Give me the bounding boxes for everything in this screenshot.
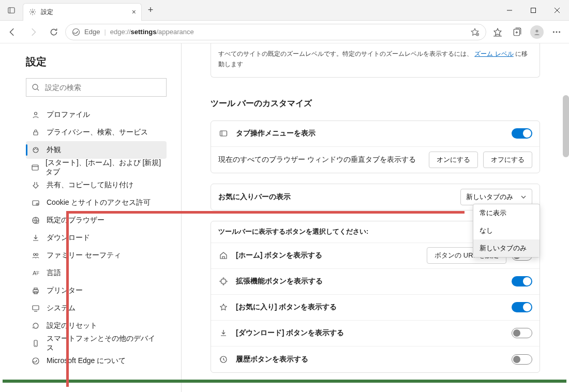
sidebar-item-5[interactable]: Cookie とサイトのアクセス許可 bbox=[26, 194, 167, 212]
sidebar-item-label: 共有、コピーして貼り付け bbox=[47, 180, 133, 190]
settings-search[interactable] bbox=[26, 78, 167, 97]
star-icon bbox=[218, 303, 229, 311]
page-title: 設定 bbox=[26, 55, 167, 69]
sidebar-item-7[interactable]: ダウンロード bbox=[26, 229, 167, 247]
sidebar-item-label: 外観 bbox=[47, 145, 61, 155]
svg-rect-45 bbox=[220, 131, 227, 136]
nav-icon bbox=[31, 111, 40, 119]
sidebar-item-label: プリンター bbox=[47, 286, 83, 295]
back-button[interactable] bbox=[3, 23, 22, 41]
sidebar-item-label: スマートフォンとその他のデバイス bbox=[47, 334, 161, 353]
sidebar-item-label: 設定のリセット bbox=[47, 321, 97, 330]
gear-icon bbox=[28, 8, 37, 16]
svg-point-21 bbox=[35, 112, 37, 115]
favorite-add-icon[interactable] bbox=[470, 27, 480, 37]
maximize-button[interactable] bbox=[521, 0, 545, 21]
url-product: Edge bbox=[84, 28, 100, 36]
sidebar-item-2[interactable]: 外観 bbox=[26, 141, 167, 159]
svg-point-16 bbox=[553, 31, 555, 33]
sidebar-item-3[interactable]: [スタート]、[ホーム]、および [新規] タブ bbox=[26, 159, 167, 176]
dropdown-option-none[interactable]: なし bbox=[473, 222, 540, 239]
toggle-extensions[interactable] bbox=[512, 276, 532, 287]
svg-point-24 bbox=[34, 149, 35, 150]
svg-point-15 bbox=[535, 29, 538, 32]
vertical-tabs-on-button[interactable]: オンにする bbox=[429, 152, 478, 168]
annotation-line-bottom bbox=[3, 380, 566, 383]
sidebar-item-14[interactable]: Microsoft Edge について bbox=[26, 352, 167, 370]
sidebar-item-1[interactable]: プライバシー、検索、サービス bbox=[26, 124, 167, 141]
zoom-note-card: すべてのサイトの既定のズームレベルです。特定のサイトのズームレベルを表示するには… bbox=[211, 43, 540, 78]
section-title: ツール バーのカスタマイズ bbox=[211, 98, 540, 109]
nav-icon bbox=[31, 304, 40, 312]
toggle-favorites[interactable] bbox=[512, 302, 532, 312]
profile-avatar[interactable] bbox=[528, 23, 546, 41]
search-input[interactable] bbox=[45, 83, 161, 92]
svg-point-32 bbox=[37, 221, 39, 223]
toggle-tab-actions[interactable] bbox=[512, 128, 532, 139]
row-extensions-button: 拡張機能ボタンを表示する bbox=[211, 269, 540, 295]
sidebar-item-13[interactable]: スマートフォンとその他のデバイス bbox=[26, 335, 167, 352]
sidebar-item-12[interactable]: 設定のリセット bbox=[26, 317, 167, 335]
dropdown-option-newtab[interactable]: 新しいタブのみ bbox=[473, 239, 540, 257]
sidebar-item-0[interactable]: プロファイル bbox=[26, 106, 167, 124]
nav-icon bbox=[31, 251, 40, 260]
row-downloads-button: [ダウンロード] ボタンを表示する bbox=[211, 321, 540, 346]
collections-icon[interactable] bbox=[508, 23, 527, 41]
scrollbar[interactable] bbox=[563, 43, 569, 230]
nav-icon bbox=[31, 287, 40, 295]
row-favorites-button: [お気に入り] ボタンを表示する bbox=[211, 295, 540, 321]
svg-point-34 bbox=[36, 253, 38, 255]
tab-icon bbox=[218, 129, 229, 138]
browser-tab[interactable]: 設定 × bbox=[23, 3, 142, 21]
favorites-icon[interactable] bbox=[488, 23, 507, 41]
toggle-downloads[interactable] bbox=[512, 328, 532, 338]
svg-rect-40 bbox=[33, 306, 39, 310]
sidebar-item-label: Microsoft Edge について bbox=[47, 356, 126, 366]
sidebar-item-4[interactable]: 共有、コピーして貼り付け bbox=[26, 176, 167, 194]
row-history-button: 履歴ボタンを表示する bbox=[211, 346, 540, 372]
tab-title: 設定 bbox=[41, 8, 53, 17]
sidebar-item-10[interactable]: プリンター bbox=[26, 282, 167, 299]
svg-point-33 bbox=[34, 253, 36, 255]
svg-line-20 bbox=[37, 89, 39, 91]
svg-point-26 bbox=[37, 149, 38, 150]
nav-icon: A字 bbox=[31, 269, 40, 277]
sidebar-item-label: [スタート]、[ホーム]、および [新規] タブ bbox=[46, 158, 161, 177]
refresh-button[interactable] bbox=[44, 23, 63, 41]
row-tab-actions: タブ操作メニューを表示 bbox=[211, 121, 540, 147]
sidebar-item-11[interactable]: システム bbox=[26, 299, 167, 317]
minimize-button[interactable] bbox=[498, 0, 521, 21]
puzzle-icon bbox=[218, 277, 229, 285]
window-titlebar: 設定 × + bbox=[0, 0, 569, 21]
more-menu-icon[interactable] bbox=[547, 23, 566, 41]
new-tab-button[interactable]: + bbox=[142, 5, 159, 16]
tab-actions-button[interactable] bbox=[0, 0, 23, 20]
svg-rect-38 bbox=[34, 288, 37, 290]
svg-rect-0 bbox=[8, 7, 14, 13]
sidebar-item-label: ファミリー セーフティ bbox=[47, 251, 121, 260]
close-icon[interactable]: × bbox=[132, 8, 136, 16]
zoom-level-link[interactable]: ズーム レベル bbox=[474, 50, 513, 57]
favorites-bar-dropdown[interactable]: 新しいタブのみ bbox=[460, 189, 532, 205]
annotation-line-vertical bbox=[66, 211, 69, 387]
sidebar-item-9[interactable]: A字言語 bbox=[26, 264, 167, 282]
nav-icon bbox=[31, 234, 40, 242]
annotation-line-horizontal bbox=[66, 211, 465, 214]
sidebar-item-6[interactable]: 既定のブラウザー bbox=[26, 212, 167, 229]
nav-icon bbox=[31, 199, 40, 207]
svg-rect-4 bbox=[531, 8, 536, 12]
home-icon bbox=[218, 251, 229, 260]
close-window-button[interactable] bbox=[545, 0, 569, 21]
browser-toolbar: Edge | edge://settings/appearance bbox=[0, 21, 569, 43]
search-icon bbox=[32, 83, 40, 92]
settings-content: すべてのサイトの既定のズームレベルです。特定のサイトのズームレベルを表示するには… bbox=[182, 43, 569, 392]
sidebar-item-8[interactable]: ファミリー セーフティ bbox=[26, 247, 167, 264]
nav-icon bbox=[31, 163, 39, 172]
address-bar[interactable]: Edge | edge://settings/appearance bbox=[65, 24, 486, 40]
forward-button[interactable] bbox=[24, 23, 42, 41]
sidebar-item-label: 既定のブラウザー bbox=[47, 216, 104, 225]
toggle-history[interactable] bbox=[512, 354, 532, 365]
dropdown-option-always[interactable]: 常に表示 bbox=[473, 204, 540, 222]
vertical-tabs-off-button[interactable]: オフにする bbox=[483, 152, 532, 168]
nav-icon bbox=[31, 181, 40, 189]
